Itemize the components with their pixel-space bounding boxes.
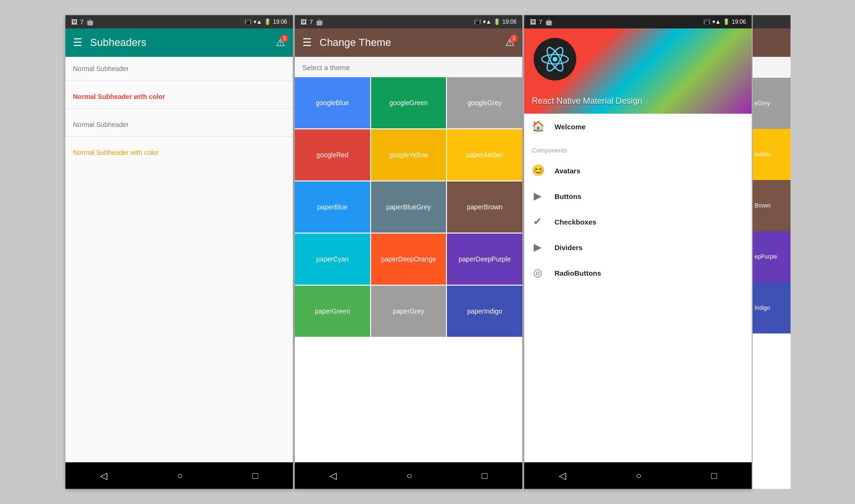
notification-badge-2[interactable]: ⚠ 3 (505, 36, 515, 49)
subheader-item-4: Normal Subheader with color (65, 141, 293, 161)
status-bar-1: 🖼 7 🤖 📳 ▾▲ 🔋 19:06 (65, 15, 293, 28)
signal-icon-3: ▾▲ (712, 18, 721, 25)
checkboxes-icon: ✔ (532, 216, 543, 228)
dividers-icon: ▶ (532, 241, 543, 253)
nav-home-2[interactable]: ○ (406, 470, 412, 481)
status-number-1: 7 (80, 18, 83, 26)
app-bar-2: ☰ Change Theme ⚠ 3 (295, 28, 522, 57)
buttons-icon: ▶ (532, 190, 543, 202)
hamburger-icon-1[interactable]: ☰ (73, 36, 82, 49)
partial-cell-3: epPurple (753, 231, 791, 282)
theme-cell-paperBlueGrey[interactable]: paperBlueGrey (371, 181, 446, 233)
status-right-2: 📳 ▾▲ 🔋 19:06 (474, 18, 517, 25)
android-icon-2: 🤖 (316, 18, 323, 26)
drawer-app-title: React Native Material Design (532, 96, 642, 106)
battery-icon-2: 🔋 (493, 18, 500, 25)
partial-status-bar (753, 15, 791, 28)
drawer-item-checkboxes[interactable]: ✔ Checkboxes (524, 209, 752, 234)
status-number-3: 7 (539, 18, 542, 26)
subheader-normal-1: Normal Subheader (73, 65, 129, 72)
nav-back-2[interactable]: ◁ (329, 470, 337, 481)
status-bar-2: 🖼 7 🤖 📳 ▾▲ 🔋 19:06 (295, 15, 522, 28)
screen-subheaders: 🖼 7 🤖 📳 ▾▲ 🔋 19:06 ☰ Subheaders ⚠ 3 Norm (65, 15, 293, 489)
screen-icon-3: 🖼 (530, 18, 536, 26)
battery-icon-1: 🔋 (264, 18, 271, 25)
nav-bar-3: ◁ ○ □ (524, 462, 752, 489)
nav-recent-1[interactable]: □ (252, 470, 258, 481)
theme-cell-paperGrey[interactable]: paperGrey (371, 286, 446, 337)
partial-cell-4: Indigo (753, 282, 791, 333)
theme-cell-paperBrown[interactable]: paperBrown (447, 181, 522, 233)
app-bar-title-1: Subheaders (90, 36, 276, 49)
time-3: 19:06 (732, 18, 746, 25)
status-left-3: 🖼 7 🤖 (530, 18, 553, 26)
nav-recent-3[interactable]: □ (711, 470, 717, 481)
theme-cell-paperAmber[interactable]: paperAmber (447, 129, 522, 180)
nav-home-3[interactable]: ○ (636, 470, 641, 481)
theme-cell-paperCyan[interactable]: paperCyan (295, 234, 370, 285)
theme-cell-googleGreen[interactable]: googleGreen (371, 77, 446, 128)
svg-point-0 (553, 57, 557, 62)
partial-appbar (753, 28, 791, 57)
drawer-item-radiobuttons[interactable]: ◎ RadioButtons (524, 260, 752, 286)
divider-2 (65, 108, 293, 109)
theme-cell-googleBlue[interactable]: googleBlue (295, 77, 370, 128)
theme-cell-googleRed[interactable]: googleRed (295, 129, 370, 180)
theme-cell-googleYellow[interactable]: googleYellow (371, 129, 446, 180)
drawer-nav: 🏠 Welcome Components 😊 Avatars ▶ Buttons… (524, 114, 752, 462)
hamburger-icon-2[interactable]: ☰ (302, 36, 312, 49)
partial-grid-label (753, 57, 791, 78)
partial-screen: eGreyAmberBrownepPurpleIndigo (753, 15, 791, 489)
partial-cell-0: eGrey (753, 78, 791, 129)
status-right-3: 📳 ▾▲ 🔋 19:06 (703, 18, 746, 25)
theme-cell-paperDeepPurple[interactable]: paperDeepPurple (447, 234, 522, 285)
screen-icon-2: 🖼 (300, 18, 307, 26)
subheaders-content: Normal Subheader Normal Subheader with c… (65, 57, 293, 462)
theme-cell-paperDeepOrange[interactable]: paperDeepOrange (371, 234, 446, 285)
drawer-item-avatars[interactable]: 😊 Avatars (524, 158, 752, 183)
subheader-item-2: Normal Subheader with color (65, 85, 293, 105)
react-icon (541, 45, 569, 73)
subheader-normal-2: Normal Subheader (73, 121, 129, 128)
time-2: 19:06 (502, 18, 517, 25)
partial-cell-1: Amber (753, 129, 791, 180)
nav-back-1[interactable]: ◁ (100, 470, 107, 481)
divider-3 (65, 136, 293, 137)
checkboxes-label: Checkboxes (555, 218, 596, 226)
drawer-item-welcome[interactable]: 🏠 Welcome (524, 114, 752, 139)
badge-count-1: 3 (281, 35, 288, 42)
notification-badge-1[interactable]: ⚠ 3 (276, 36, 285, 49)
subheader-item-3: Normal Subheader (65, 113, 293, 133)
nav-home-1[interactable]: ○ (177, 470, 182, 481)
status-left-2: 🖼 7 🤖 (300, 18, 323, 26)
nav-back-3[interactable]: ◁ (559, 470, 566, 481)
theme-grid: googleBluegoogleGreengoogleGreygoogleRed… (295, 77, 522, 337)
app-bar-title-2: Change Theme (319, 36, 505, 49)
nav-recent-2[interactable]: □ (482, 470, 487, 481)
signal-icon-1: ▾▲ (254, 18, 262, 25)
radiobuttons-icon: ◎ (532, 267, 543, 279)
drawer-item-dividers[interactable]: ▶ Dividers (524, 234, 752, 260)
signal-icon-2: ▾▲ (483, 18, 491, 25)
vibrate-icon-1: 📳 (245, 18, 252, 25)
drawer-item-buttons[interactable]: ▶ Buttons (524, 183, 752, 209)
avatars-label: Avatars (555, 167, 580, 175)
status-right-1: 📳 ▾▲ 🔋 19:06 (245, 18, 287, 25)
app-bar-1: ☰ Subheaders ⚠ 3 (65, 28, 293, 57)
partial-cell-2: Brown (753, 180, 791, 231)
react-logo (534, 38, 576, 81)
radiobuttons-label: RadioButtons (555, 269, 601, 277)
android-icon-1: 🤖 (86, 18, 94, 26)
status-left-1: 🖼 7 🤖 (71, 18, 94, 26)
theme-cell-paperIndigo[interactable]: paperIndigo (447, 286, 522, 337)
theme-cell-googleGrey[interactable]: googleGrey (447, 77, 522, 128)
android-icon-3: 🤖 (545, 18, 553, 26)
nav-bar-1: ◁ ○ □ (65, 462, 293, 489)
theme-cell-paperBlue[interactable]: paperBlue (295, 181, 370, 233)
badge-count-2: 3 (510, 35, 518, 42)
nav-bar-2: ◁ ○ □ (295, 462, 522, 489)
theme-cell-paperGreen[interactable]: paperGreen (295, 286, 370, 337)
screen-icon-1: 🖼 (71, 18, 77, 26)
avatars-icon: 😊 (532, 164, 543, 177)
drawer-section-components: Components (524, 139, 752, 158)
